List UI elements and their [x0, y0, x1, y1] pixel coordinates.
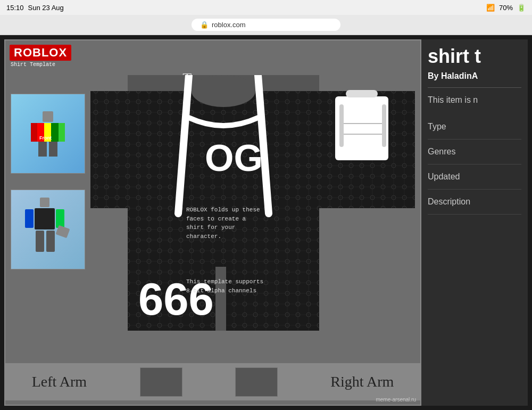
battery-percent: 70%	[499, 4, 513, 12]
char-leg-right	[49, 142, 57, 157]
item-title: shirt t	[428, 46, 521, 67]
item-title-text: shirt t	[428, 46, 481, 67]
svg-rect-21	[339, 104, 344, 147]
svg-rect-3	[56, 209, 64, 228]
template-text-1: ROBLOX folds up these faces to create a …	[186, 206, 260, 241]
front-label: Front	[39, 135, 52, 141]
character-preview-1: Front	[11, 94, 85, 174]
status-bar: 15:10 Sun 23 Aug 📶 70% 🔋	[0, 0, 532, 15]
description-row: Description	[428, 190, 521, 215]
url-text: roblox.com	[212, 21, 246, 29]
date: Sun 23 Aug	[28, 4, 64, 12]
svg-rect-26	[226, 267, 319, 331]
bottom-labels: Left Arm Right Arm	[5, 363, 420, 400]
arm-figure-svg	[24, 198, 72, 261]
shirt-template-bg: ROBLOX Shirt Template Torso Front	[5, 40, 420, 405]
char-figure-1: Front	[37, 111, 59, 157]
right-arm-label: Right Arm	[330, 373, 394, 390]
watermark: meme-arsenal.ru	[376, 397, 416, 403]
char-legs	[38, 142, 57, 157]
updated-row: Updated	[428, 165, 521, 190]
lock-icon: 🔒	[200, 21, 209, 29]
type-row: Type	[428, 114, 521, 140]
svg-rect-0	[40, 198, 49, 207]
author-name: HaladinA	[441, 71, 478, 80]
svg-point-15	[192, 75, 255, 107]
char-leg-left	[38, 142, 47, 157]
svg-rect-22	[382, 104, 386, 147]
wifi-icon: 📶	[486, 4, 495, 12]
char-left-arm	[31, 123, 37, 142]
svg-text:OG: OG	[205, 137, 263, 179]
char-torso: Front	[37, 123, 59, 142]
svg-rect-13	[90, 91, 128, 208]
svg-rect-20	[346, 90, 378, 97]
by-label: By	[428, 71, 438, 80]
shirt-panel: ROBLOX Shirt Template Torso Front	[4, 39, 421, 406]
browser-bar: 🔒 roblox.com	[0, 15, 532, 35]
svg-rect-24	[344, 134, 382, 135]
url-bar[interactable]: 🔒 roblox.com	[192, 19, 340, 31]
roblox-logo-subtitle: Shirt Template	[10, 62, 71, 68]
char-head	[43, 111, 53, 122]
content-area: ROBLOX Shirt Template Torso Front	[0, 35, 532, 410]
battery-icon: 🔋	[517, 4, 526, 12]
char-right-arm	[59, 123, 65, 142]
item-note: This item is n	[428, 94, 521, 106]
arm-box-center-right	[235, 367, 278, 397]
svg-rect-23	[344, 123, 382, 124]
character-preview-2	[11, 190, 85, 269]
char-arm-preview	[11, 190, 85, 269]
svg-rect-27	[215, 267, 226, 331]
template-text-2: This template supports 8-bit alpha chann…	[186, 277, 263, 295]
genres-row: Genres	[428, 140, 521, 165]
time: 15:10	[6, 4, 24, 12]
svg-rect-5	[46, 231, 55, 252]
arm-box-center-left	[140, 367, 182, 397]
svg-rect-2	[25, 209, 34, 228]
roblox-brand: ROBLOX Shirt Template	[10, 45, 71, 68]
roblox-logo-text: ROBLOX	[10, 45, 71, 61]
left-arm-label: Left Arm	[32, 373, 87, 390]
svg-rect-4	[36, 231, 44, 252]
item-by: By HaladinA	[428, 71, 521, 88]
right-panel: shirt t By HaladinA This item is n Type …	[421, 39, 528, 406]
svg-rect-1	[35, 208, 55, 229]
